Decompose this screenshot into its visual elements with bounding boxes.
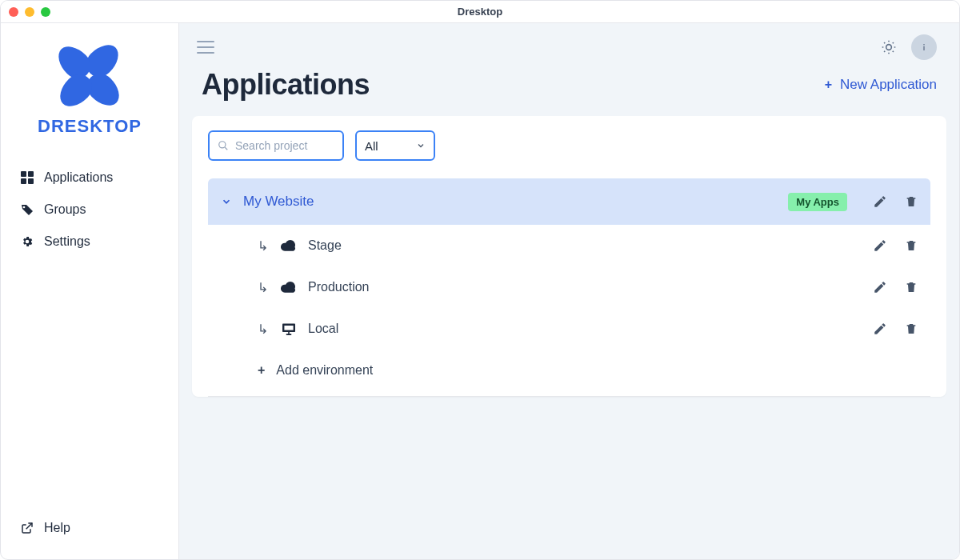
trash-icon <box>905 280 918 294</box>
close-window-button[interactable] <box>9 7 18 17</box>
plus-icon: + <box>825 78 832 92</box>
svg-point-5 <box>886 45 892 50</box>
desktop-icon <box>281 322 297 335</box>
plus-icon: + <box>258 363 265 378</box>
svg-rect-1 <box>28 171 34 177</box>
edit-project-button[interactable] <box>873 194 887 209</box>
applications-card: All My Website My Apps <box>192 116 946 397</box>
page-header: Applications + New Application <box>179 68 959 116</box>
titlebar: Dresktop <box>1 1 959 23</box>
logo-icon <box>58 42 122 106</box>
external-link-icon <box>20 522 34 534</box>
delete-environment-button[interactable] <box>905 280 918 294</box>
svg-point-9 <box>219 142 226 148</box>
add-environment-button[interactable]: + Add environment <box>208 350 930 391</box>
edit-environment-button[interactable] <box>873 322 887 336</box>
sidebar: DRESKTOP Applications Groups <box>1 23 179 559</box>
page-title: Applications <box>202 68 370 102</box>
environment-row[interactable]: ↳ Stage <box>208 225 930 266</box>
filter-select[interactable]: All <box>355 130 435 161</box>
delete-project-button[interactable] <box>905 194 918 209</box>
search-project-input-wrap[interactable] <box>208 130 344 161</box>
info-icon <box>918 41 930 54</box>
svg-rect-8 <box>923 44 924 45</box>
environment-name: Local <box>308 322 338 336</box>
sidebar-nav: Applications Groups Settings <box>1 156 178 263</box>
search-project-input[interactable] <box>235 139 334 152</box>
sidebar-item-label: Help <box>44 521 70 535</box>
sidebar-item-label: Settings <box>44 234 90 249</box>
chevron-down-icon <box>416 141 426 150</box>
environment-name: Production <box>308 280 370 294</box>
environment-row[interactable]: ↳ Production <box>208 266 930 308</box>
menu-toggle-button[interactable] <box>197 41 214 54</box>
trash-icon <box>905 322 918 336</box>
delete-environment-button[interactable] <box>905 322 918 336</box>
pencil-icon <box>873 322 887 336</box>
divider <box>208 396 930 397</box>
brand-name: DRESKTOP <box>38 116 142 137</box>
sidebar-item-help[interactable]: Help <box>9 513 170 543</box>
gear-icon <box>20 235 34 248</box>
sidebar-item-label: Applications <box>44 170 113 185</box>
svg-rect-7 <box>923 46 924 50</box>
filter-select-value: All <box>365 139 378 153</box>
cloud-icon <box>281 282 297 293</box>
sun-icon <box>881 39 897 55</box>
edit-environment-button[interactable] <box>873 280 887 294</box>
new-application-button[interactable]: + New Application <box>825 77 937 93</box>
edit-environment-button[interactable] <box>873 238 887 253</box>
sidebar-item-label: Groups <box>44 202 86 217</box>
environment-name: Stage <box>308 238 342 253</box>
add-environment-label: Add environment <box>276 363 373 378</box>
cloud-icon <box>281 240 297 251</box>
filters-row: All <box>192 130 946 178</box>
fullscreen-window-button[interactable] <box>41 7 50 17</box>
sub-arrow-icon: ↳ <box>258 238 268 254</box>
sidebar-item-applications[interactable]: Applications <box>9 162 170 193</box>
pencil-icon <box>873 194 887 209</box>
main-area: Applications + New Application All <box>179 23 959 559</box>
project-row[interactable]: My Website My Apps <box>208 178 930 225</box>
sub-arrow-icon: ↳ <box>258 322 268 337</box>
project-tag: My Apps <box>788 193 847 211</box>
svg-rect-11 <box>284 325 294 330</box>
trash-icon <box>905 194 918 209</box>
grid-icon <box>20 171 34 184</box>
tag-icon <box>20 203 34 216</box>
chevron-down-icon <box>221 196 232 207</box>
svg-rect-2 <box>21 178 26 184</box>
sidebar-item-groups[interactable]: Groups <box>9 194 170 225</box>
sidebar-item-settings[interactable]: Settings <box>9 226 170 257</box>
svg-rect-0 <box>21 171 26 177</box>
window-controls <box>9 7 50 17</box>
delete-environment-button[interactable] <box>905 238 918 253</box>
minimize-window-button[interactable] <box>25 7 34 17</box>
project-name: My Website <box>243 194 314 210</box>
pencil-icon <box>873 280 887 294</box>
app-window: Dresktop DRESKTOP Applications <box>0 0 960 560</box>
info-button[interactable] <box>911 34 937 60</box>
project-actions <box>873 194 918 209</box>
environment-row[interactable]: ↳ Local <box>208 308 930 350</box>
trash-icon <box>905 238 918 253</box>
brand: DRESKTOP <box>1 42 178 137</box>
svg-rect-3 <box>28 178 34 184</box>
search-icon <box>218 140 229 151</box>
svg-point-4 <box>23 206 26 209</box>
new-application-label: New Application <box>840 77 937 93</box>
topbar <box>179 23 959 68</box>
window-title: Dresktop <box>458 6 502 18</box>
projects-tree: My Website My Apps ↳ <box>192 178 946 391</box>
theme-toggle-button[interactable] <box>876 34 902 60</box>
pencil-icon <box>873 238 887 253</box>
sub-arrow-icon: ↳ <box>258 280 268 295</box>
